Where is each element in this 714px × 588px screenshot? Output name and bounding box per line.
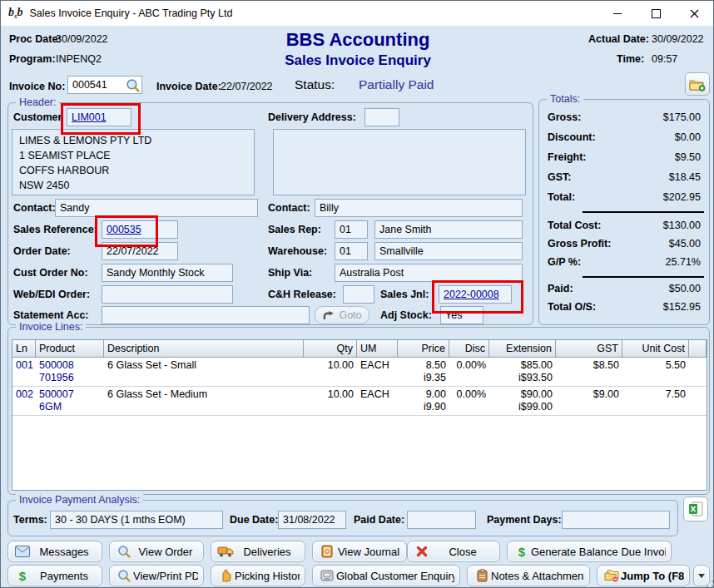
invoice-line-row[interactable]: 002 5000076GM 6 Glass Set - Medium 10.00… [12,387,707,416]
dollar-icon: $ [13,570,32,582]
delivery-address-label: Delivery Address: [268,111,356,123]
picking-history-button[interactable]: Picking History [211,565,305,586]
total-os-label: Total O/S: [548,301,596,313]
maximize-button[interactable] [637,1,675,26]
order-date-field[interactable]: 22/07/2022 [102,242,178,260]
time-label: Time: [617,53,644,65]
cust-order-no-value: Sandy Monthly Stock [107,267,204,279]
ch-release-field[interactable] [343,285,374,304]
col-unit-cost[interactable]: Unit Cost [622,340,689,358]
web-edi-order-field[interactable] [102,285,233,304]
total-value: $202.95 [663,191,701,203]
ship-via-field[interactable]: Australia Post [335,264,523,282]
cell-price: 8.50i9.35 [398,358,449,386]
generate-balance-due-invoice-button[interactable]: $ Generate Balance Due Invoice [507,541,672,562]
warehouse-name-field[interactable]: Smallville [374,242,523,260]
goto-button[interactable]: Goto [315,306,369,324]
due-date-field[interactable]: 31/08/2022 [278,511,346,529]
sales-rep-code-field[interactable]: 01 [335,220,368,239]
adj-stock-field[interactable]: Yes [440,306,483,324]
total-os-value: $152.95 [663,301,701,313]
sales-reference-link[interactable]: 000535 [107,224,141,235]
delivery-address-box[interactable] [273,129,526,195]
payments-button[interactable]: $ Payments [7,565,102,586]
close-button[interactable]: Close [407,541,500,562]
terms-field[interactable]: 30 - 30 DAYS (1 mths EOM) [50,511,223,529]
jump-to-label: Jump To (F8) [621,570,684,582]
cust-order-no-field[interactable]: Sandy Monthly Stock [102,264,233,282]
truck-icon [216,546,235,557]
export-excel-button[interactable] [683,497,708,521]
address-line: NSW 2450 [19,178,247,193]
paid-label: Paid: [548,283,573,294]
paid-value: $50.00 [669,283,701,294]
customer-address-box[interactable]: LIMES & LEMONS PTY LTD 1 SEAMIST PLACE C… [12,129,255,195]
gst-label: GST: [548,171,571,183]
contact-value: Sandy [60,202,89,214]
dollar-icon: $ [513,546,531,558]
total-cost-value: $130.00 [663,220,701,231]
adj-stock-value: Yes [445,309,462,321]
paid-date-field[interactable] [407,511,476,529]
cell-qty: 10.00 [304,358,357,386]
folder-add-button[interactable] [685,72,710,96]
view-journal-button[interactable]: View Journal [312,541,407,562]
view-print-pdf-button[interactable]: View/Print PDF [109,565,204,586]
invoice-no-input[interactable]: 000541 [67,76,142,94]
total-cost-label: Total Cost: [548,220,601,231]
ship-via-label: Ship Via: [268,267,312,279]
col-description[interactable]: Description [104,340,304,358]
invoice-search-icon[interactable] [126,78,140,92]
close-window-button[interactable] [675,1,713,26]
col-ln[interactable]: Ln [12,340,36,358]
minimize-button[interactable] [598,1,637,26]
statement-acc-field[interactable] [102,306,310,324]
resize-grip[interactable] [707,581,713,587]
jump-to-button[interactable]: Jump To (F8) [597,565,690,586]
payments-label: Payments [32,570,97,582]
col-gst[interactable]: GST [556,340,622,358]
col-product[interactable]: Product [36,340,104,358]
envelope-icon [13,546,32,557]
delivery-address-code-field[interactable] [364,108,399,126]
gp-percent-value: 25.71% [666,256,701,268]
col-price[interactable]: Price [398,340,449,358]
statement-acc-label: Statement Acc: [13,309,89,321]
cell-extension: $90.00i$99.00 [489,387,556,415]
customer-code-link[interactable]: LIM001 [72,111,107,123]
notes-attachments-button[interactable]: Notes & Attachments [467,565,590,586]
col-um[interactable]: UM [357,340,398,358]
notes-attachments-label: Notes & Attachments [491,570,584,582]
invoice-date-value: 22/07/2022 [221,81,273,92]
sales-rep-name-field[interactable]: Jane Smith [374,220,523,239]
invoice-lines-group-title: Invoice Lines: [16,321,86,333]
contact-field[interactable]: Sandy [55,199,258,217]
col-extension[interactable]: Extension [489,340,556,358]
sales-jnl-link[interactable]: 2022-00008 [444,289,499,300]
time-value: 09:57 [652,53,677,65]
invoice-line-row[interactable]: 001 500008701956 6 Glass Set - Small 10.… [12,358,707,387]
gp-percent-label: G/P %: [548,256,581,268]
messages-button[interactable]: Messages [7,541,102,562]
customer-field[interactable]: LIM001 [67,108,131,126]
cell-description: 6 Glass Set - Small [104,358,304,386]
payment-days-field[interactable] [562,511,670,529]
col-disc[interactable]: Disc [449,340,489,358]
global-customer-enquiry-button[interactable]: Global Customer Enquiry [312,565,460,586]
deliveries-label: Deliveries [235,546,300,558]
cell-ln: 002 [12,387,36,415]
deliveries-button[interactable]: Deliveries [211,541,305,562]
invoice-lines-group: Invoice Lines: Ln Product Description Qt… [7,327,710,495]
titlebar[interactable]: bsb Sales Invoice Enquiry - ABC Trading … [1,1,713,26]
warehouse-code-field[interactable]: 01 [335,242,368,260]
proc-date-value: 30/09/2022 [56,33,108,45]
status-label: Status: [295,77,335,92]
delivery-contact-field[interactable]: Billy [315,199,523,217]
sales-reference-field[interactable]: 000535 [102,220,178,239]
journal-icon [318,545,336,558]
payment-days-label: Payment Days: [487,514,562,526]
view-order-button[interactable]: View Order [109,541,204,562]
ch-release-label: C&H Release: [268,289,336,300]
sales-jnl-field[interactable]: 2022-00008 [439,285,512,304]
col-qty[interactable]: Qty [304,340,357,358]
